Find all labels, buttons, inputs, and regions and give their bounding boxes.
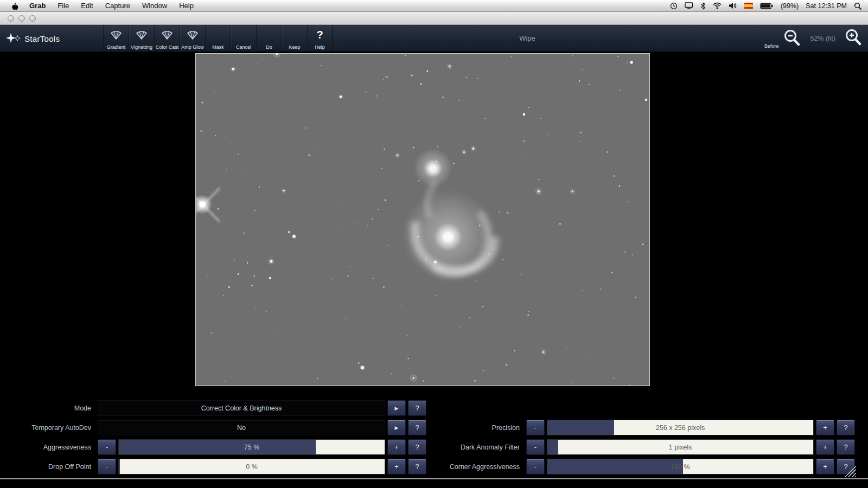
fan-icon bbox=[135, 25, 149, 44]
panel-left-column: Mode Correct Color & Brightness ▶ ? Temp… bbox=[0, 400, 430, 478]
menu-edit[interactable]: Edit bbox=[75, 0, 99, 12]
battery-icon[interactable] bbox=[760, 3, 774, 9]
precision-value: 256 x 256 pixels bbox=[547, 420, 813, 435]
mode-next-button[interactable]: ▶ bbox=[387, 400, 406, 416]
dark-anomaly-filter-help-button[interactable]: ? bbox=[837, 439, 855, 455]
astro-image-preview[interactable] bbox=[195, 53, 650, 386]
corner-aggressiveness-label: Corner Aggressiveness bbox=[429, 463, 526, 471]
input-language-flag-icon[interactable] bbox=[744, 3, 753, 9]
temporary-autodev-label: Temporary AutoDev bbox=[0, 424, 98, 432]
menu-clock[interactable]: Sat 12:31 PM bbox=[806, 2, 847, 10]
dark-anomaly-filter-slider[interactable]: 1 pixels bbox=[547, 439, 814, 455]
dark-anomaly-filter-minus-button[interactable]: - bbox=[526, 439, 545, 455]
startools-logo-text: StarTools bbox=[24, 34, 60, 43]
close-button[interactable] bbox=[8, 15, 14, 22]
drop-off-point-label: Drop Off Point bbox=[0, 463, 98, 471]
dark-anomaly-filter-row: Dark Anomaly Filter - 1 pixels + ? bbox=[429, 439, 858, 455]
startools-logo-icon bbox=[5, 32, 22, 45]
corner-aggressiveness-slider[interactable]: 100 % bbox=[547, 459, 814, 474]
mode-value[interactable]: Correct Color & Brightness bbox=[98, 400, 385, 416]
displays-icon[interactable] bbox=[685, 2, 693, 9]
gradient-button[interactable]: Gradient bbox=[103, 25, 129, 52]
precision-slider[interactable]: 256 x 256 pixels bbox=[547, 420, 814, 435]
screen: Grab File Edit Capture Window Help bbox=[0, 0, 868, 488]
bluetooth-icon[interactable] bbox=[700, 2, 706, 10]
help-button[interactable]: ? Help bbox=[307, 25, 333, 52]
minimize-button[interactable] bbox=[18, 15, 25, 22]
fan-icon bbox=[186, 25, 200, 44]
galaxy-image bbox=[196, 54, 649, 386]
canvas-area bbox=[0, 52, 868, 399]
precision-label: Precision bbox=[429, 424, 526, 432]
fan-icon bbox=[160, 25, 174, 44]
dark-anomaly-filter-value: 1 pixels bbox=[547, 440, 813, 454]
vignetting-button[interactable]: Vignetting bbox=[129, 25, 154, 52]
zoom-in-button[interactable] bbox=[844, 28, 863, 49]
before-button[interactable]: Before bbox=[764, 27, 802, 50]
drop-off-point-plus-button[interactable]: + bbox=[387, 459, 406, 474]
dark-anomaly-filter-label: Dark Anomaly Filter bbox=[429, 444, 526, 451]
spotlight-icon[interactable] bbox=[854, 2, 861, 10]
toolbar-buttons: Gradient Vignetting Color Cast Amp Glow … bbox=[103, 25, 333, 52]
mode-row: Mode Correct Color & Brightness ▶ ? bbox=[0, 400, 430, 416]
zoom-controls: Before 52% (fit) bbox=[764, 25, 863, 52]
mask-button[interactable]: Mask bbox=[205, 25, 231, 52]
color-cast-button[interactable]: Color Cast bbox=[154, 25, 180, 52]
drop-off-point-slider[interactable]: 0 % bbox=[118, 459, 385, 474]
mode-help-button[interactable]: ? bbox=[408, 400, 426, 416]
zoom-level: 52% (fit) bbox=[810, 35, 835, 42]
precision-minus-button[interactable]: - bbox=[526, 420, 545, 435]
module-title: Wipe bbox=[519, 25, 535, 52]
aggressiveness-value: 75 % bbox=[119, 440, 385, 454]
window-title-bar bbox=[0, 12, 868, 25]
corner-aggressiveness-row: Corner Aggressiveness - 100 % + ? bbox=[429, 459, 858, 474]
aggressiveness-minus-button[interactable]: - bbox=[98, 439, 116, 455]
drop-off-point-minus-button[interactable]: - bbox=[98, 459, 116, 474]
drop-off-point-row: Drop Off Point - 0 % + ? bbox=[0, 459, 430, 474]
precision-row: Precision - 256 x 256 pixels + ? bbox=[429, 420, 858, 435]
dark-anomaly-filter-plus-button[interactable]: + bbox=[816, 439, 834, 455]
aggressiveness-row: Aggressiveness - 75 % + ? bbox=[0, 439, 430, 455]
menu-file[interactable]: File bbox=[52, 0, 75, 12]
cancel-button[interactable]: Cancel bbox=[231, 25, 256, 52]
do-button[interactable]: Do bbox=[256, 25, 282, 52]
horizontal-scrollbar[interactable] bbox=[0, 478, 868, 479]
keep-button[interactable]: Keep bbox=[282, 25, 307, 52]
temporary-autodev-help-button[interactable]: ? bbox=[408, 420, 426, 435]
drop-off-point-value: 0 % bbox=[119, 459, 385, 474]
corner-aggressiveness-plus-button[interactable]: + bbox=[816, 459, 834, 474]
fan-icon bbox=[109, 25, 123, 44]
menu-window[interactable]: Window bbox=[136, 0, 173, 12]
mode-label: Mode bbox=[0, 404, 98, 412]
aggressiveness-plus-button[interactable]: + bbox=[387, 439, 406, 455]
menu-bar: Grab File Edit Capture Window Help bbox=[0, 0, 868, 12]
panel-right-column: Precision - 256 x 256 pixels + ? Dark An… bbox=[429, 400, 858, 478]
menu-capture[interactable]: Capture bbox=[99, 0, 136, 12]
aggressiveness-label: Aggressiveness bbox=[0, 444, 98, 451]
wifi-icon[interactable] bbox=[713, 2, 722, 9]
corner-aggressiveness-value: 100 % bbox=[547, 459, 813, 474]
temporary-autodev-next-button[interactable]: ▶ bbox=[387, 420, 406, 435]
temporary-autodev-row: Temporary AutoDev No ▶ ? bbox=[0, 420, 430, 435]
menu-grab[interactable]: Grab bbox=[23, 0, 52, 12]
amp-glow-button[interactable]: Amp Glow bbox=[180, 25, 205, 52]
volume-icon[interactable] bbox=[729, 2, 737, 9]
aggressiveness-slider[interactable]: 75 % bbox=[118, 439, 385, 455]
aggressiveness-help-button[interactable]: ? bbox=[408, 439, 426, 455]
zoom-window-button[interactable] bbox=[29, 15, 36, 22]
zoom-out-magnifier-icon bbox=[783, 29, 801, 49]
menu-help[interactable]: Help bbox=[173, 0, 200, 12]
startools-toolbar: StarTools Gradient Vignetting Color Cast… bbox=[0, 25, 868, 52]
precision-plus-button[interactable]: + bbox=[816, 420, 834, 435]
battery-percentage: (99%) bbox=[781, 2, 799, 10]
precision-help-button[interactable]: ? bbox=[837, 420, 855, 435]
corner-aggressiveness-minus-button[interactable]: - bbox=[526, 459, 545, 474]
question-mark-icon: ? bbox=[316, 25, 323, 44]
startools-logo: StarTools bbox=[5, 25, 60, 52]
drop-off-point-help-button[interactable]: ? bbox=[408, 459, 426, 474]
apple-menu-icon[interactable] bbox=[7, 1, 23, 10]
parameter-panel: Mode Correct Color & Brightness ▶ ? Temp… bbox=[0, 399, 868, 478]
time-machine-icon[interactable] bbox=[670, 2, 678, 10]
temporary-autodev-value[interactable]: No bbox=[98, 420, 385, 435]
